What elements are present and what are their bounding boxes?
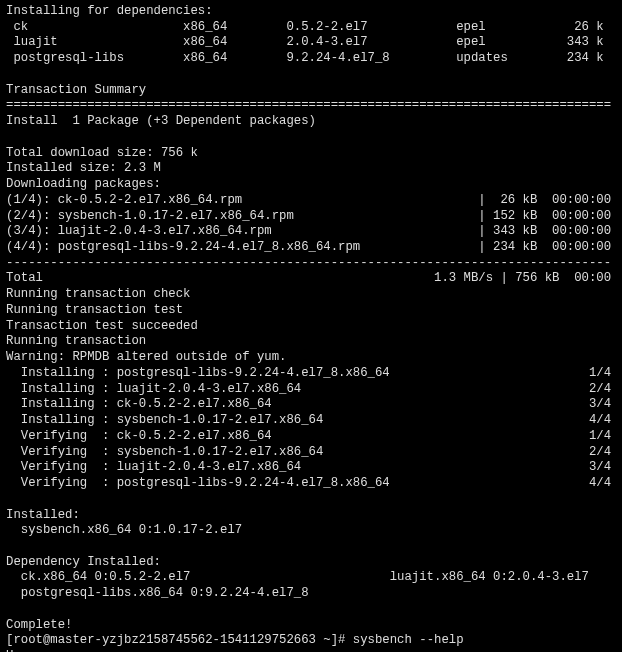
terminal-output: Installing for dependencies: ck x86_64 0… (0, 0, 622, 652)
shell-prompt: [root@master-yzjbz2158745562-15411297526… (6, 633, 353, 647)
command-input[interactable]: sysbench --help (353, 633, 464, 647)
yum-output: Installing for dependencies: ck x86_64 0… (6, 4, 611, 632)
